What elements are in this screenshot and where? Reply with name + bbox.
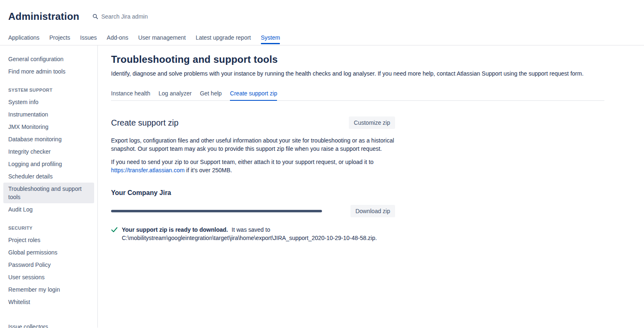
sidebar-item-integrity-checker[interactable]: Integrity checker xyxy=(3,145,94,158)
tab-create-support-zip[interactable]: Create support zip xyxy=(230,88,277,101)
page-title: Administration xyxy=(8,11,79,22)
sidebar-section-security: Security xyxy=(3,226,94,231)
customize-zip-button[interactable]: Customize zip xyxy=(349,116,395,129)
sidebar-item-remember-my-login[interactable]: Remember my login xyxy=(3,283,94,296)
company-jira-title: Your Company Jira xyxy=(111,189,395,197)
export-description-paragraph: Export logs, configuration files and oth… xyxy=(111,136,395,153)
upload-instructions-before: If you need to send your zip to our Supp… xyxy=(111,159,374,165)
sidebar-item-user-sessions[interactable]: User sessions xyxy=(3,271,94,283)
sidebar-item-database-monitoring[interactable]: Database monitoring xyxy=(3,133,94,145)
tab-instance-health[interactable]: Instance health xyxy=(111,88,150,101)
sidebar-item-password-policy[interactable]: Password Policy xyxy=(3,259,94,271)
sidebar-item-logging-and-profiling[interactable]: Logging and profiling xyxy=(3,158,94,170)
sidebar-section-system-support: System support xyxy=(3,88,94,93)
zip-ready-status: Your support zip is ready to download. I… xyxy=(122,226,386,242)
create-support-zip-panel: Create support zip Customize zip Export … xyxy=(111,116,395,242)
sidebar-item-audit-log[interactable]: Audit Log xyxy=(3,203,94,216)
nav-item-system[interactable]: System xyxy=(261,31,280,45)
search-icon xyxy=(92,14,98,19)
nav-item-latest-upgrade-report[interactable]: Latest upgrade report xyxy=(196,31,251,45)
nav-item-add-ons[interactable]: Add-ons xyxy=(107,31,128,45)
create-support-zip-title: Create support zip xyxy=(111,118,178,128)
sidebar-item-system-info[interactable]: System info xyxy=(3,96,94,108)
sidebar-item-instrumentation[interactable]: Instrumentation xyxy=(3,108,94,121)
sidebar-item-issue-collectors[interactable]: Issue collectors xyxy=(3,321,94,328)
main-content: Troubleshooting and support tools Identi… xyxy=(98,45,644,328)
sidebar-item-general-configuration[interactable]: General configuration xyxy=(3,53,94,65)
admin-header: Administration xyxy=(0,0,644,30)
nav-item-issues[interactable]: Issues xyxy=(80,31,97,45)
sidebar-item-whitelist[interactable]: Whitelist xyxy=(3,296,94,308)
admin-search[interactable] xyxy=(92,13,192,20)
admin-sidebar: General configuration Find more admin to… xyxy=(0,45,98,328)
troubleshooting-tabs: Instance health Log analyzer Get help Cr… xyxy=(111,88,604,101)
zip-progress-bar xyxy=(111,210,322,212)
admin-top-nav: Applications Projects Issues Add-ons Use… xyxy=(0,30,644,45)
troubleshooting-page-description: Identify, diagnose and solve problems wi… xyxy=(111,69,604,78)
upload-instructions-after: if it's over 250MB. xyxy=(186,167,232,174)
upload-instructions-paragraph: If you need to send your zip to our Supp… xyxy=(111,158,395,174)
tab-get-help[interactable]: Get help xyxy=(200,88,222,101)
sidebar-item-find-more-admin-tools[interactable]: Find more admin tools xyxy=(3,65,94,78)
zip-status-row: Your support zip is ready to download. I… xyxy=(111,226,395,242)
zip-ready-status-bold: Your support zip is ready to download. xyxy=(122,226,228,233)
nav-item-projects[interactable]: Projects xyxy=(50,31,71,45)
zip-progress-row: Download zip xyxy=(111,205,395,217)
sidebar-item-troubleshooting-and-support-tools[interactable]: Troubleshooting and support tools xyxy=(3,183,94,203)
sidebar-item-project-roles[interactable]: Project roles xyxy=(3,234,94,246)
download-zip-button[interactable]: Download zip xyxy=(350,205,395,217)
sidebar-item-global-permissions[interactable]: Global permissions xyxy=(3,246,94,259)
nav-item-applications[interactable]: Applications xyxy=(8,31,40,45)
success-check-icon xyxy=(111,226,118,234)
troubleshooting-page-title: Troubleshooting and support tools xyxy=(111,54,604,65)
sidebar-item-jmx-monitoring[interactable]: JMX Monitoring xyxy=(3,121,94,133)
search-input[interactable] xyxy=(101,13,192,20)
transfer-atlassian-link[interactable]: https://transfer.atlassian.com xyxy=(111,167,185,174)
jira-admin-window: Administration Applications Projects Iss… xyxy=(0,0,644,328)
sidebar-item-scheduler-details[interactable]: Scheduler details xyxy=(3,170,94,183)
nav-item-user-management[interactable]: User management xyxy=(138,31,186,45)
tab-log-analyzer[interactable]: Log analyzer xyxy=(159,88,192,101)
